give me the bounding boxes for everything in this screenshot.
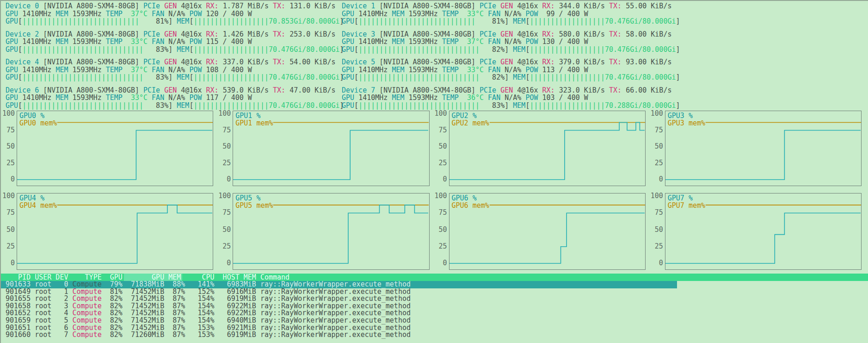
axis-tick-100: 100 bbox=[434, 110, 447, 117]
fan-value: N/A% bbox=[505, 94, 525, 102]
rx-label: RX: bbox=[206, 86, 223, 94]
gpu-bar-open: [ bbox=[354, 17, 358, 25]
mem-bar-label: MEM bbox=[513, 101, 525, 110]
device-status-section: Device 0 [NVIDIA A800-SXM4-80GB] PCIe GE… bbox=[1, 1, 868, 109]
axis-tick-25: 25 bbox=[222, 243, 231, 250]
gpu-bar-open: [ bbox=[18, 17, 22, 25]
temp-label: TEMP bbox=[106, 37, 127, 46]
process-row-ids: 901660 root 7 bbox=[6, 331, 73, 339]
gpu-clock-label: GPU bbox=[6, 94, 22, 102]
axis-tick-100: 100 bbox=[218, 110, 231, 117]
axis-tick-0: 0 bbox=[227, 259, 231, 267]
mem-clock-label: MEM bbox=[55, 37, 72, 46]
mem-clock-label: MEM bbox=[392, 94, 408, 102]
rx-label: RX: bbox=[206, 30, 223, 38]
temp-value: 37°C bbox=[463, 37, 488, 46]
device-clock-line: GPU 1410MHz MEM 1593MHz TEMP 37°C FAN N/… bbox=[6, 10, 342, 18]
device-clock-line: GPU 1410MHz MEM 1593MHz TEMP 33°C FAN N/… bbox=[342, 66, 678, 74]
device-clock-line: GPU 1410MHz MEM 1593MHz TEMP 33°C FAN N/… bbox=[342, 10, 678, 18]
gpu5-util-legend: GPU5 % bbox=[235, 194, 260, 202]
axis-tick-0: 0 bbox=[443, 259, 447, 267]
device-title: Device 2 bbox=[6, 30, 43, 38]
axis-tick-50: 50 bbox=[222, 143, 231, 150]
gpu-clock-value: 1410MHz bbox=[22, 37, 55, 46]
axis-tick-25: 25 bbox=[438, 243, 447, 250]
axis-tick-25: 25 bbox=[655, 243, 663, 250]
gpu1-y-axis: 1007550250 bbox=[217, 111, 233, 186]
device-title: Device 3 bbox=[342, 30, 379, 38]
rx-value: 344.0 KiB/s bbox=[559, 2, 609, 10]
gpu-bar-label: GPU bbox=[342, 45, 354, 54]
device-info-line: Device 3 [NVIDIA A800-SXM4-80GB] PCIe GE… bbox=[342, 31, 678, 38]
tx-value: 66.00 KiB/s bbox=[626, 86, 671, 94]
gpu2-util-legend: GPU2 % bbox=[452, 112, 477, 119]
pow-value: 99 / 400 W bbox=[542, 10, 588, 18]
device-panel-7: Device 7 [NVIDIA A800-SXM4-80GB] PCIe GE… bbox=[342, 87, 678, 110]
axis-tick-75: 75 bbox=[438, 209, 447, 216]
mem-bar-label: MEM bbox=[177, 73, 189, 81]
gpu5-y-axis: 1007550250 bbox=[217, 193, 233, 270]
mem-clock-value: 1593MHz bbox=[409, 37, 442, 46]
gen-value: 4@16x bbox=[181, 2, 206, 10]
mem-clock-value: 1593MHz bbox=[409, 94, 442, 102]
rx-value: 539.0 KiB/s bbox=[223, 86, 273, 94]
device-clock-line: GPU 1410MHz MEM 1593MHz TEMP 37°C FAN N/… bbox=[342, 38, 678, 46]
axis-tick-50: 50 bbox=[6, 226, 15, 233]
axis-tick-75: 75 bbox=[222, 209, 231, 216]
gen-value: 4@16x bbox=[517, 2, 542, 10]
mem-usage-bar: ||||||||||||||||||70.476Gi/80.000Gi bbox=[193, 73, 339, 81]
temp-value: 33°C bbox=[463, 10, 488, 18]
pow-label: POW bbox=[525, 10, 542, 18]
mem-usage-bar: ||||||||||||||||||70.853Gi/80.000Gi bbox=[193, 17, 339, 25]
device-title: Device 7 bbox=[342, 86, 379, 94]
gpu3-graph-panel: GPU3 %GPU3 mem% bbox=[665, 111, 862, 186]
gpu6-mem-legend: GPU6 mem% bbox=[452, 202, 489, 209]
gpu1-util-legend: GPU1 % bbox=[235, 112, 260, 119]
gen-value: 4@16x bbox=[517, 58, 542, 66]
axis-tick-100: 100 bbox=[2, 110, 15, 117]
rx-label: RX: bbox=[542, 86, 559, 94]
tx-label: TX: bbox=[273, 30, 289, 38]
axis-tick-25: 25 bbox=[6, 243, 15, 250]
mem-clock-label: MEM bbox=[55, 66, 72, 74]
fan-label: FAN bbox=[152, 66, 168, 74]
gen-label: GEN bbox=[500, 2, 517, 10]
gpu-util-percent: 83% bbox=[143, 45, 168, 54]
device-bars-line: GPU[||||||||||||||||||||||||||||| 82%] M… bbox=[342, 46, 678, 54]
fan-value: N/A% bbox=[168, 37, 189, 46]
mem-usage-bar: ||||||||||||||||||70.476Gi/80.000Gi bbox=[529, 73, 676, 81]
gpu-bar-close: ] bbox=[168, 73, 177, 81]
gpu2-graph-panel: GPU2 %GPU2 mem% bbox=[449, 111, 646, 186]
gpu3-graph-unit: 1007550250GPU3 %GPU3 mem% bbox=[649, 111, 862, 186]
gpu0-graph-unit: 1007550250GPU0 %GPU0 mem% bbox=[1, 111, 213, 186]
fan-value: N/A% bbox=[505, 10, 525, 18]
mem-clock-value: 1593MHz bbox=[73, 66, 106, 74]
gen-label: GEN bbox=[164, 58, 181, 66]
rx-value: 323.0 KiB/s bbox=[559, 86, 609, 94]
gpu-graphs-section: 1007550250GPU0 %GPU0 mem%1007550250GPU1 … bbox=[1, 111, 868, 270]
pow-label: POW bbox=[525, 94, 542, 102]
tx-value: 253.0 KiB/s bbox=[289, 30, 335, 38]
gpu-bar-close: ] bbox=[505, 73, 513, 81]
device-title: Device 6 bbox=[6, 86, 43, 94]
temp-label: TEMP bbox=[442, 94, 463, 102]
tx-value: 131.0 KiB/s bbox=[289, 2, 335, 10]
device-clock-line: GPU 1410MHz MEM 1593MHz TEMP 37°C FAN N/… bbox=[6, 66, 342, 74]
temp-value: 36°C bbox=[463, 94, 488, 102]
device-model: [NVIDIA A800-SXM4-80GB] bbox=[43, 58, 143, 66]
gpu1-graph-panel: GPU1 %GPU1 mem% bbox=[233, 111, 429, 186]
axis-tick-0: 0 bbox=[227, 175, 231, 183]
gpu4-graph-unit: 1007550250GPU4 %GPU4 mem% bbox=[1, 193, 213, 270]
gpu-util-percent: 83% bbox=[480, 101, 505, 110]
process-row-pid-901660[interactable]: 901660 root 7 Compute 82% 71260MiB 87% 1… bbox=[1, 331, 868, 339]
gpu0-graph-panel: GPU0 %GPU0 mem% bbox=[17, 111, 213, 186]
device-info-line: Device 4 [NVIDIA A800-SXM4-80GB] PCIe GE… bbox=[6, 58, 342, 66]
gpu-clock-label: GPU bbox=[342, 66, 358, 74]
pcie-label: PCIe bbox=[143, 2, 164, 10]
mem-clock-label: MEM bbox=[392, 66, 408, 74]
rx-label: RX: bbox=[206, 58, 223, 66]
mem-bar-label: MEM bbox=[177, 101, 189, 110]
util-line bbox=[17, 205, 212, 263]
gpu5-graph-unit: 1007550250GPU5 %GPU5 mem% bbox=[217, 193, 429, 270]
rx-value: 1.787 MiB/s bbox=[223, 2, 273, 10]
